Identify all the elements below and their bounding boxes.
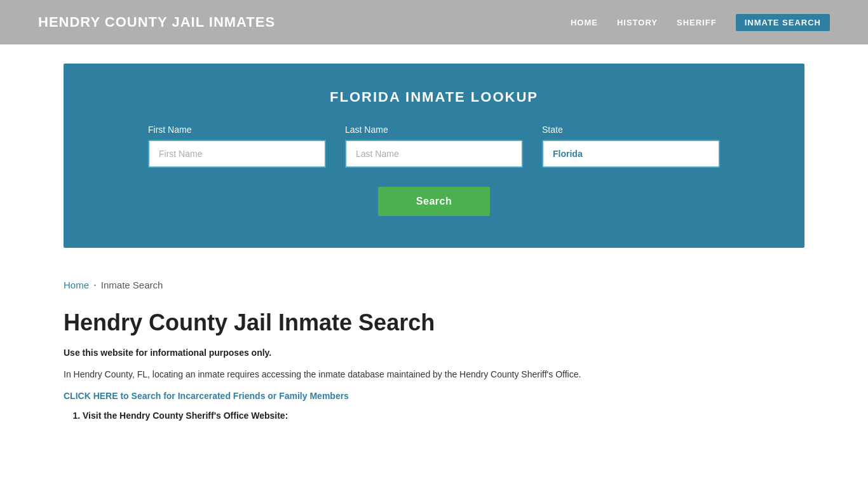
breadcrumb: Home • Inmate Search — [64, 280, 804, 290]
list-item-1: Visit the Hendry County Sheriff's Office… — [83, 410, 804, 421]
page-title: Hendry County Jail Inmate Search — [64, 309, 804, 336]
last-name-input[interactable] — [345, 140, 523, 168]
state-group: State — [542, 125, 720, 168]
breadcrumb-current: Inmate Search — [101, 280, 163, 290]
first-name-input[interactable] — [148, 140, 326, 168]
lookup-title: FLORIDA INMATE LOOKUP — [102, 89, 766, 105]
nav-history[interactable]: HISTORY — [617, 18, 658, 27]
first-name-group: First Name — [148, 125, 326, 168]
last-name-group: Last Name — [345, 125, 523, 168]
main-content: Home • Inmate Search Hendry County Jail … — [0, 267, 868, 446]
site-header: HENDRY COUNTY JAIL INMATES HOME HISTORY … — [0, 0, 868, 44]
search-fields-row: First Name Last Name State — [102, 125, 766, 168]
search-link[interactable]: CLICK HERE to Search for Incarcerated Fr… — [64, 391, 804, 401]
nav-inmate-search[interactable]: INMATE SEARCH — [736, 14, 830, 31]
main-nav: HOME HISTORY SHERIFF INMATE SEARCH — [571, 14, 830, 31]
steps-list: Visit the Hendry County Sheriff's Office… — [83, 410, 804, 421]
site-title: HENDRY COUNTY JAIL INMATES — [38, 14, 275, 30]
breadcrumb-separator: • — [94, 282, 96, 288]
inmate-lookup-section: FLORIDA INMATE LOOKUP First Name Last Na… — [64, 64, 804, 248]
search-button[interactable]: Search — [378, 187, 490, 216]
first-name-label: First Name — [148, 125, 326, 135]
nav-sheriff[interactable]: SHERIFF — [677, 18, 717, 27]
breadcrumb-home-link[interactable]: Home — [64, 280, 89, 290]
search-button-wrapper: Search — [102, 187, 766, 216]
state-label: State — [542, 125, 720, 135]
last-name-label: Last Name — [345, 125, 523, 135]
info-paragraph: In Hendry County, FL, locating an inmate… — [64, 367, 804, 381]
info-bold-text: Use this website for informational purpo… — [64, 348, 804, 358]
state-input[interactable] — [542, 140, 720, 168]
nav-home[interactable]: HOME — [571, 18, 598, 27]
